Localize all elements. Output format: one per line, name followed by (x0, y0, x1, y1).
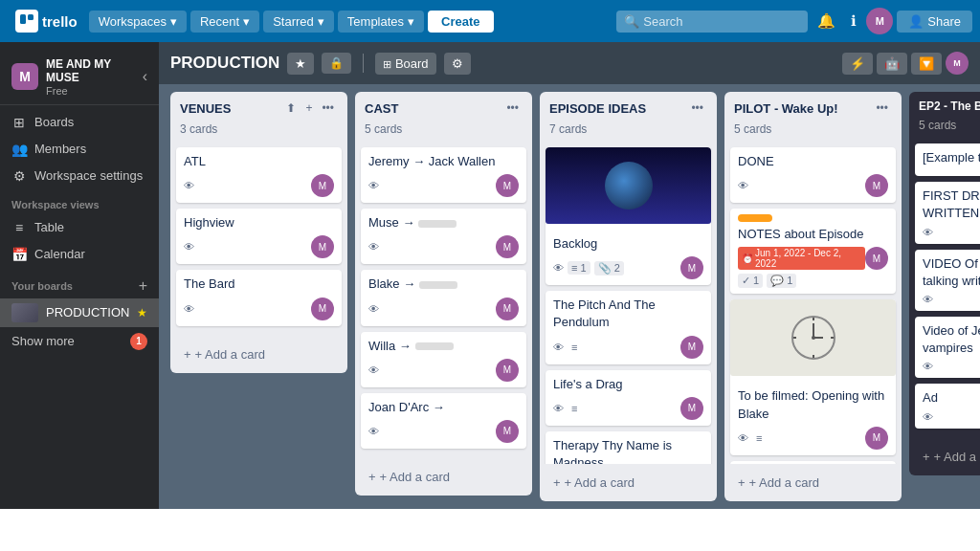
eye-icon: 👁 (923, 361, 933, 372)
list-menu-button[interactable]: ••• (318, 99, 338, 117)
sidebar-item-calendar[interactable]: 📅 Calendar (0, 241, 159, 268)
list-menu-button[interactable]: ••• (872, 99, 892, 117)
sidebar-item-members[interactable]: 👥 Members (0, 136, 159, 163)
card-avatar: M (865, 247, 888, 270)
recent-menu[interactable]: Recent ▾ (190, 11, 259, 33)
members-icon: 👥 (11, 142, 27, 157)
eye-icon: 👁 (738, 180, 748, 191)
card-badges: 👁≡ (553, 342, 577, 353)
sidebar-board-production[interactable]: PRODUCTION ★ (0, 298, 159, 327)
add-card-button[interactable]: + + Add a card (730, 470, 896, 496)
share-button[interactable]: 👤 Share (897, 11, 972, 33)
card-willa[interactable]: Willa → 👁 M (361, 332, 526, 387)
card-pitch-pendulum[interactable]: The Pitch And The Pendulum 👁≡ M (546, 291, 711, 364)
card-avatar: M (311, 235, 334, 258)
power-ups-button[interactable]: ⚡ (842, 53, 873, 75)
user-avatar[interactable]: M (866, 8, 893, 34)
card-joan[interactable]: Joan D'Arc → 👁 M (361, 393, 526, 449)
workspaces-menu[interactable]: Workspaces ▾ (89, 11, 187, 33)
card-atl[interactable]: ATL 👁 M (176, 147, 342, 203)
board-visibility-button[interactable]: 🔒 (322, 53, 351, 74)
add-card-button[interactable]: + + Add a card (176, 342, 342, 367)
show-more-badge: 1 (130, 333, 147, 350)
card-footer: 👁 M (368, 235, 519, 258)
list-menu-button[interactable]: ••• (687, 99, 707, 117)
column-venues-header: VENUES ⬆ + ••• (170, 92, 347, 121)
column-count: 3 cards (170, 121, 347, 143)
filter-button[interactable]: 🔽 (911, 53, 942, 75)
plus-icon: + (184, 347, 191, 362)
card-jeremy-jack[interactable]: Jeremy → Jack Wallen 👁 M (361, 147, 526, 203)
card-video-jeremy-vampires[interactable]: Video of Jeremy and vampires 👁 (915, 317, 980, 378)
card-badges: ⏰ Jun 1, 2022 - Dec 2, 2022 (738, 247, 865, 270)
card-ad[interactable]: Ad 👁 (915, 384, 980, 428)
card-footer: 👁 (923, 227, 980, 238)
card-footer: 👁 ≡ 1 📎 2 M (553, 256, 703, 279)
column-header-actions: ⬆ + ••• (282, 99, 338, 117)
card-done[interactable]: DONE 👁 M (730, 147, 896, 203)
card-notes-episode[interactable]: NOTES about Episode ⏰ Jun 1, 2022 - Dec … (730, 209, 896, 294)
add-card-shortcut-button[interactable]: + (301, 99, 316, 117)
card-highview[interactable]: Highview 👁 M (176, 209, 342, 264)
star-board-button[interactable]: ★ (287, 53, 314, 75)
add-card-button[interactable]: + + Add a card (915, 444, 980, 470)
customize-view-button[interactable]: ⚙ (444, 53, 471, 75)
eye-icon: 👁 (553, 262, 564, 274)
card-lifes-drag[interactable]: Life's a Drag 👁≡ M (546, 370, 711, 426)
card-therapy[interactable]: Therapy Thy Name is Madness 👁≡ M (546, 431, 711, 464)
starred-menu[interactable]: Starred ▾ (263, 11, 334, 33)
column-count: 7 cards (540, 121, 717, 143)
check-badge: ✓ 1 (738, 274, 763, 288)
card-opening-blake[interactable]: To be filmed: Opening with Blake 👁≡ M (730, 299, 896, 454)
list-menu-button[interactable]: ••• (502, 99, 523, 117)
card-badges: 👁 (738, 180, 748, 191)
eye-icon: 👁 (368, 426, 379, 437)
column-title: PILOT - Wake Up! (734, 101, 868, 116)
info-button[interactable]: ℹ (845, 9, 862, 33)
board-view-button[interactable]: ⊞ Board (375, 53, 435, 75)
card-blake[interactable]: Blake → 👁 M (361, 270, 526, 325)
sidebar-item-boards[interactable]: ⊞ Boards (0, 109, 159, 136)
column-header-actions: ••• (502, 99, 523, 117)
card-example-task[interactable]: [Example task] (915, 143, 980, 176)
sidebar-show-more[interactable]: Show more 1 (0, 327, 159, 356)
sidebar-close-button[interactable]: ‹ (143, 68, 147, 85)
eye-icon: 👁 (184, 241, 194, 253)
member-avatar[interactable]: M (946, 52, 969, 75)
add-card-button[interactable]: + + Add a card (546, 470, 711, 496)
templates-menu[interactable]: Templates ▾ (338, 11, 424, 33)
card-badges: 👁≡ (738, 432, 762, 444)
card-badges: 👁 (923, 227, 933, 238)
card-muse[interactable]: Muse → 👁 M (361, 209, 526, 264)
plus-icon: + (738, 475, 746, 490)
column-pilot: PILOT - Wake Up! ••• 5 cards DONE 👁 M (724, 92, 902, 501)
column-header-actions: ••• (687, 99, 707, 117)
column-pilot-header: PILOT - Wake Up! ••• (724, 92, 902, 121)
board-header-actions: ⚡ 🤖 🔽 M (842, 52, 969, 75)
add-board-button[interactable]: + (139, 277, 147, 295)
trello-logo[interactable]: trello (8, 6, 85, 36)
card-blake-crash[interactable]: To be filmed: Blake crash 👁≡ M (730, 461, 896, 464)
card-footer: 👁 M (184, 298, 334, 320)
eye-icon: 👁 (923, 411, 933, 423)
list-icon: ≡ (571, 403, 577, 414)
column-ep2: EP2 - The Big Pitch 5 cards [Example tas… (909, 92, 980, 475)
card-badges: 👁≡ (553, 403, 577, 414)
search-input[interactable] (616, 11, 808, 33)
trello-wordmark: trello (42, 13, 78, 30)
card-avatar: M (496, 174, 519, 197)
sidebar-item-workspace-settings[interactable]: ⚙ Workspace settings (0, 163, 159, 189)
automation-button[interactable]: 🤖 (877, 53, 907, 75)
card-first-draft-written[interactable]: FIRST DRAFT WRITTEN 👁 (915, 182, 980, 243)
workspace-plan: Free (46, 85, 135, 97)
card-the-bard[interactable]: The Bard 👁 M (176, 270, 342, 325)
card-backlog[interactable]: Backlog 👁 ≡ 1 📎 2 M (546, 147, 711, 285)
share-list-button[interactable]: ⬆ (282, 99, 300, 117)
eye-icon: 👁 (368, 303, 379, 315)
create-button[interactable]: Create (428, 11, 493, 33)
card-avatar: M (680, 256, 703, 279)
card-video-muses[interactable]: VIDEO Of Muses talking writers 👁 (915, 250, 980, 311)
add-card-button[interactable]: + + Add a card (361, 464, 526, 490)
notification-bell-button[interactable]: 🔔 (812, 9, 841, 33)
sidebar-item-table[interactable]: ≡ Table (0, 214, 159, 241)
